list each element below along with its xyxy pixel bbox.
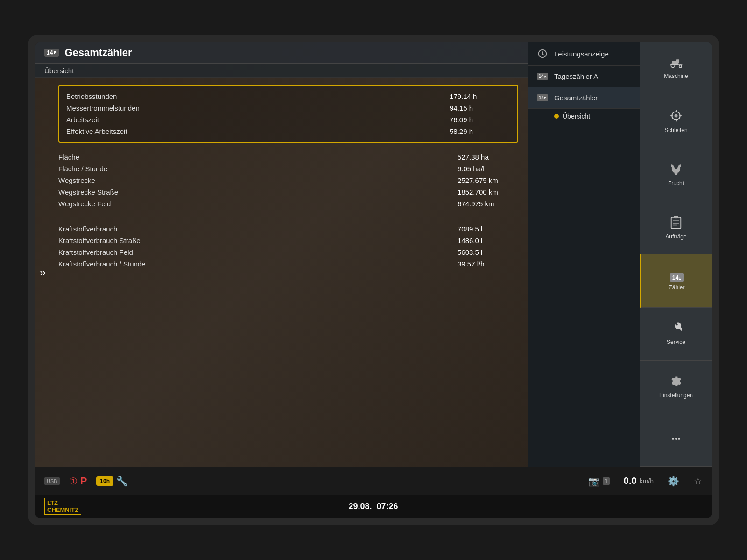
sidebar-item-auftraege[interactable]: Aufträge xyxy=(640,201,712,254)
row-value: 9.05 ha/h xyxy=(458,165,518,173)
row-value: 1852.700 km xyxy=(458,188,518,196)
data-container: Betriebsstunden 179.14 h Messertrommelst… xyxy=(35,78,528,285)
row-label: Fläche / Stunde xyxy=(58,165,107,173)
counter-icon: 14E xyxy=(670,270,684,282)
row-label: Kraftstoffverbrauch xyxy=(58,225,117,233)
row-value: 5603.5 l xyxy=(458,248,518,256)
row-value: 179.14 h xyxy=(450,92,510,100)
row-value: 58.29 h xyxy=(450,127,510,135)
section-divider xyxy=(58,218,518,218)
tractor-icon xyxy=(669,57,684,71)
table-row: Wegstrecke 2527.675 km xyxy=(58,175,518,186)
footer-time: 07:26 xyxy=(377,502,398,511)
sidebar-item-maschine[interactable]: Maschine xyxy=(640,42,712,95)
table-row: Arbeitszeit 76.09 h xyxy=(66,114,510,126)
service-label: Service xyxy=(667,339,685,345)
table-row: Effektive Arbeitszeit 58.29 h xyxy=(66,126,510,137)
table-row: Fläche 527.38 ha xyxy=(58,151,518,163)
camera-number: 1 xyxy=(603,477,610,485)
row-label: Kraftstoffverbrauch Feld xyxy=(58,248,133,256)
gesamtzaehler-label: Gesamtzähler xyxy=(554,94,598,102)
wrench-icon xyxy=(670,322,682,337)
star-icon: ☆ xyxy=(693,475,703,487)
row-value: 2527.675 km xyxy=(458,176,518,184)
badge-14e: 14E xyxy=(44,49,59,57)
right-status: 📷 1 0.0 km/h ⚙️ ☆ xyxy=(588,475,703,487)
middle-sub-item-ubersicht[interactable]: Übersicht xyxy=(528,109,640,124)
svg-rect-4 xyxy=(676,60,679,63)
outer-frame: 14E Gesamtzähler Übersicht » xyxy=(28,35,719,525)
service-indicator: 10h 🔧 xyxy=(96,476,128,487)
row-value: 7089.5 l xyxy=(458,225,518,233)
subtitle-label: Übersicht xyxy=(44,67,74,75)
row-label: Fläche xyxy=(58,153,79,161)
tachometer-icon xyxy=(536,49,550,59)
content-inner: 14E Gesamtzähler Übersicht » xyxy=(35,42,528,467)
table-row: Kraftstoffverbrauch 7089.5 l xyxy=(58,223,518,235)
gear-indicator: ⚙️ xyxy=(668,476,679,487)
table-row: Messertrommelstunden 94.15 h xyxy=(66,102,510,114)
svg-rect-18 xyxy=(674,216,678,218)
sidebar-item-frucht[interactable]: Frucht xyxy=(640,148,712,202)
leistungsanzeige-label: Leistungsanzeige xyxy=(554,50,609,58)
gear-icon: ⚙️ xyxy=(668,476,679,487)
sidebar-item-schleifen[interactable]: Schleifen xyxy=(640,95,712,148)
parking-p: P xyxy=(80,475,87,487)
highlighted-section: Betriebsstunden 179.14 h Messertrommelst… xyxy=(58,85,518,143)
nav-arrow-left[interactable]: » xyxy=(40,266,46,279)
speed-unit: km/h xyxy=(640,477,654,485)
parking-icon: ① xyxy=(69,476,78,487)
row-label: Wegstrecke xyxy=(58,176,95,184)
row-value: 94.15 h xyxy=(450,104,510,112)
camera-indicator: 📷 1 xyxy=(588,476,610,487)
table-row: Kraftstoffverbrauch Straße 1486.0 l xyxy=(58,235,518,246)
row-label: Wegstrecke Feld xyxy=(58,200,111,208)
row-label: Effektive Arbeitszeit xyxy=(66,127,127,135)
content-panel: 14E Gesamtzähler Übersicht » xyxy=(35,42,528,467)
camera-icon: 📷 xyxy=(588,476,600,487)
ltz-logo: LTZCHEMNITZ xyxy=(44,498,81,515)
svg-point-7 xyxy=(675,114,678,118)
page-header: 14E Gesamtzähler xyxy=(35,42,528,64)
auftraege-label: Aufträge xyxy=(665,233,686,240)
frucht-label: Frucht xyxy=(668,180,684,187)
section-3: Kraftstoffverbrauch 7089.5 l Kraftstoffv… xyxy=(58,223,518,270)
settings-icon xyxy=(670,375,682,390)
footer-bar: LTZCHEMNITZ 29.08. 07:26 xyxy=(35,495,712,518)
sidebar-item-zaehler[interactable]: 14E Zähler xyxy=(640,254,712,308)
row-label: Wegstrecke Straße xyxy=(58,188,118,196)
footer-date: 29.08. xyxy=(349,502,372,511)
screen: 14E Gesamtzähler Übersicht » xyxy=(35,42,712,518)
schleifen-label: Schleifen xyxy=(664,127,687,133)
middle-item-leistungsanzeige[interactable]: Leistungsanzeige xyxy=(528,42,640,66)
svg-point-24 xyxy=(675,438,677,440)
svg-point-23 xyxy=(672,438,674,440)
row-label: Kraftstoffverbrauch Straße xyxy=(58,237,141,245)
row-label: Arbeitszeit xyxy=(66,116,99,124)
star-indicator[interactable]: ☆ xyxy=(693,475,703,487)
middle-item-tageszaehler[interactable]: 14A Tageszähler A xyxy=(528,66,640,87)
ubersicht-sub-label: Übersicht xyxy=(563,112,590,120)
row-value: 39.57 l/h xyxy=(458,260,518,268)
row-label: Kraftstoffverbrauch / Stunde xyxy=(58,260,146,268)
grinder-icon xyxy=(669,109,683,125)
table-row: Kraftstoffverbrauch Feld 5603.5 l xyxy=(58,246,518,258)
sidebar-item-service[interactable]: Service xyxy=(640,308,712,361)
footer-datetime: 29.08. 07:26 xyxy=(349,502,398,511)
table-row: Kraftstoffverbrauch / Stunde 39.57 l/h xyxy=(58,258,518,270)
speed-value: 0.0 xyxy=(624,476,637,486)
sidebar-item-einstellungen[interactable]: Einstellungen xyxy=(640,361,712,414)
page-title: Gesamtzähler xyxy=(64,47,132,59)
svg-point-25 xyxy=(678,438,680,440)
row-value: 76.09 h xyxy=(450,116,510,124)
sub-header: Übersicht xyxy=(35,64,528,78)
row-value: 527.38 ha xyxy=(458,153,518,161)
middle-panel: Leistungsanzeige 14A Tageszähler A 14E G… xyxy=(528,42,640,467)
sidebar-item-more[interactable] xyxy=(640,413,712,467)
section-2: Fläche 527.38 ha Fläche / Stunde 9.05 ha… xyxy=(58,151,518,210)
active-dot xyxy=(554,114,559,119)
middle-item-gesamtzaehler[interactable]: 14E Gesamtzähler xyxy=(528,87,640,109)
row-label: Messertrommelstunden xyxy=(66,104,140,112)
middle-spacer xyxy=(528,124,640,467)
usb-indicator: USB xyxy=(44,477,60,485)
